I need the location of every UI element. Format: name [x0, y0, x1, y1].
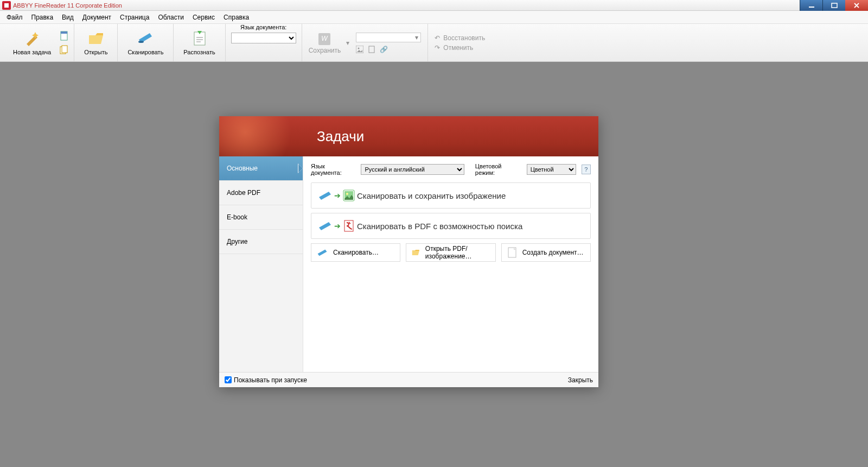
- link-icon[interactable]: 🔗: [380, 46, 387, 53]
- menu-page[interactable]: Страница: [116, 12, 154, 23]
- scanner-icon: [318, 220, 332, 232]
- dlg-color-select[interactable]: Цветной: [527, 164, 576, 175]
- document-icon: [507, 247, 517, 258]
- folder-open-icon: [87, 30, 105, 47]
- task-scan-to-pdf[interactable]: ➔ Сканировать в PDF с возможностью поиск…: [311, 213, 591, 239]
- scan-small-button[interactable]: Сканировать…: [311, 243, 400, 262]
- svg-rect-2: [832, 3, 837, 8]
- workspace: Задачи Основные Adobe PDF E-book Другие …: [0, 62, 868, 467]
- menu-document[interactable]: Документ: [78, 12, 116, 23]
- page-icon[interactable]: [59, 30, 69, 41]
- task-label: Сканировать в PDF с возможностью поиска: [357, 222, 522, 231]
- menu-file[interactable]: Файл: [2, 12, 27, 23]
- tab-main[interactable]: Основные: [219, 156, 303, 181]
- open-label: Открыть: [84, 49, 107, 55]
- menu-view[interactable]: Вид: [58, 12, 78, 23]
- menubar: Файл Правка Вид Документ Страница Област…: [0, 11, 868, 24]
- recognize-label: Распознать: [183, 49, 215, 55]
- svg-rect-4: [61, 31, 67, 34]
- close-button[interactable]: [845, 0, 868, 11]
- scanner-icon: [137, 30, 154, 47]
- tab-adobe-pdf[interactable]: Adobe PDF: [219, 181, 303, 205]
- svg-rect-13: [369, 46, 374, 53]
- window-titlebar: ABBYY FineReader 11 Corporate Edition: [0, 0, 868, 11]
- save-format-select[interactable]: ▾: [356, 33, 421, 42]
- scan-button[interactable]: Сканировать: [122, 28, 169, 58]
- svg-point-16: [346, 193, 348, 195]
- chevron-down-icon[interactable]: ▾: [346, 39, 349, 47]
- picture-icon: [343, 190, 355, 201]
- scan-label: Сканировать: [127, 49, 163, 55]
- dialog-sidebar: Основные Adobe PDF E-book Другие: [219, 156, 303, 372]
- dialog-footer: Показывать при запуске Закрыть: [219, 372, 598, 387]
- dialog-close-link[interactable]: Закрыть: [568, 376, 593, 384]
- folder-icon: [412, 248, 420, 257]
- page-small-icon[interactable]: [368, 46, 375, 53]
- doc-lang-label: Язык документа:: [240, 24, 286, 30]
- recognize-icon: [191, 30, 208, 47]
- show-on-start-checkbox[interactable]: Показывать при запуске: [225, 376, 307, 384]
- new-task-button[interactable]: Новая задача: [8, 28, 56, 58]
- dlg-lang-label: Язык документа:: [311, 163, 355, 176]
- svg-text:W: W: [322, 35, 329, 42]
- dialog-title: Задачи: [317, 128, 364, 145]
- menu-areas[interactable]: Области: [154, 12, 188, 23]
- window-controls: [800, 0, 868, 11]
- task-label: Сканировать и сохранить изображение: [357, 191, 506, 200]
- dialog-header: Задачи: [219, 116, 598, 156]
- tab-other[interactable]: Другие: [219, 230, 303, 254]
- maximize-button[interactable]: [822, 0, 845, 11]
- menu-tools[interactable]: Сервис: [188, 12, 219, 23]
- image-icon[interactable]: [356, 46, 363, 53]
- wand-icon: [23, 30, 41, 47]
- doc-lang-select[interactable]: [231, 33, 296, 43]
- pdf-icon: [343, 220, 355, 232]
- svg-rect-1: [809, 7, 814, 8]
- save-label: Сохранить: [309, 47, 341, 54]
- dlg-lang-select[interactable]: Русский и английский: [361, 164, 464, 175]
- dlg-color-label: Цветовой режим:: [475, 163, 521, 176]
- minimize-button[interactable]: [800, 0, 822, 11]
- save-word-icon: W: [317, 31, 332, 47]
- help-button[interactable]: ?: [582, 165, 591, 174]
- app-icon: [2, 1, 11, 10]
- svg-point-7: [138, 41, 144, 43]
- arrow-icon: ➔: [334, 191, 341, 200]
- window-title: ABBYY FineReader 11 Corporate Edition: [13, 2, 122, 9]
- redo-icon: ↷: [435, 44, 440, 52]
- open-button[interactable]: Открыть: [79, 28, 113, 58]
- toolbar: Новая задача Открыть Сканировать Распозн…: [0, 24, 868, 62]
- show-on-start-input[interactable]: [225, 376, 232, 383]
- recognize-button[interactable]: Распознать: [178, 28, 220, 58]
- menu-help[interactable]: Справка: [219, 12, 253, 23]
- dialog-main: Язык документа: Русский и английский Цве…: [303, 156, 598, 372]
- menu-edit[interactable]: Правка: [27, 12, 58, 23]
- undo-button[interactable]: ↶Восстановить: [435, 34, 485, 42]
- scanner-icon: [317, 248, 328, 257]
- task-scan-save-image[interactable]: ➔ Сканировать и сохранить изображение: [311, 182, 591, 209]
- pages-icon[interactable]: [59, 45, 69, 55]
- svg-rect-6: [62, 46, 67, 53]
- tasks-dialog: Задачи Основные Adobe PDF E-book Другие …: [219, 116, 598, 387]
- svg-point-12: [358, 47, 360, 49]
- scanner-icon: [318, 190, 332, 201]
- redo-button[interactable]: ↷Отменить: [435, 44, 485, 52]
- create-doc-button[interactable]: Создать документ…: [501, 243, 591, 262]
- tab-ebook[interactable]: E-book: [219, 205, 303, 230]
- open-pdf-button[interactable]: Открыть PDF/изображение…: [406, 243, 495, 262]
- arrow-icon: ➔: [334, 222, 341, 230]
- new-task-label: Новая задача: [13, 49, 51, 55]
- undo-icon: ↶: [435, 34, 440, 42]
